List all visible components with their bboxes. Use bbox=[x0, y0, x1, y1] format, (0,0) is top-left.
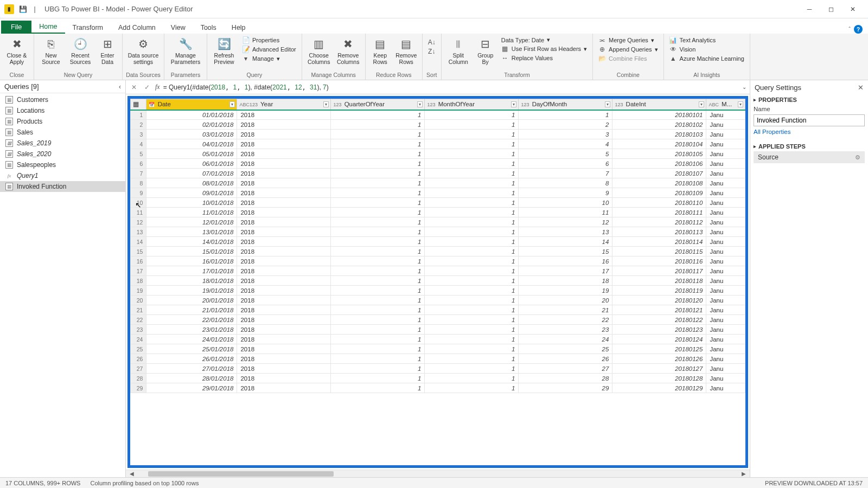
cell-day[interactable]: 11 bbox=[519, 208, 612, 217]
replace-values-button[interactable]: ↔Replace Values bbox=[499, 54, 589, 62]
maximize-button[interactable]: ◻ bbox=[820, 2, 842, 17]
formula-expand-icon[interactable]: ⌄ bbox=[742, 84, 746, 90]
scroll-thumb[interactable] bbox=[148, 471, 334, 477]
close-settings-icon[interactable]: ✕ bbox=[858, 84, 864, 92]
table-row[interactable]: 1818/01/20182018111820180118Janu bbox=[131, 276, 745, 286]
query-name-input[interactable] bbox=[754, 114, 865, 126]
table-row[interactable]: 2525/01/20182018112520180125Janu bbox=[131, 344, 745, 354]
column-header-date[interactable]: 📅 Date▾ bbox=[146, 99, 237, 110]
cell-quarter[interactable]: 1 bbox=[331, 266, 425, 276]
cell-quarter[interactable]: 1 bbox=[331, 120, 425, 130]
cell-month[interactable]: 1 bbox=[425, 335, 519, 344]
cell-monthname[interactable]: Janu bbox=[706, 159, 745, 169]
query-item-query1[interactable]: fxQuery1 bbox=[0, 170, 125, 181]
cell-dateint[interactable]: 20180113 bbox=[612, 227, 706, 237]
filter-icon[interactable]: ▾ bbox=[605, 101, 610, 107]
cell-dateint[interactable]: 20180107 bbox=[612, 169, 706, 178]
cell-dateint[interactable]: 20180102 bbox=[612, 120, 706, 130]
append-queries-button[interactable]: ⊕Append Queries ▾ bbox=[596, 45, 660, 54]
cell-monthname[interactable]: Janu bbox=[706, 325, 745, 335]
cell-month[interactable]: 1 bbox=[425, 354, 519, 364]
cell-dateint[interactable]: 20180106 bbox=[612, 159, 706, 169]
sort-asc-button[interactable]: A↓ bbox=[426, 38, 438, 47]
cell-dateint[interactable]: 20180104 bbox=[612, 139, 706, 149]
tab-view[interactable]: View bbox=[163, 22, 193, 34]
cell-monthname[interactable]: Janu bbox=[706, 296, 745, 305]
cell-year[interactable]: 2018 bbox=[237, 198, 331, 208]
cell-month[interactable]: 1 bbox=[425, 130, 519, 139]
cell-date[interactable]: 22/01/2018 bbox=[146, 315, 237, 325]
cell-year[interactable]: 2018 bbox=[237, 374, 331, 383]
query-item-products[interactable]: ▦Products bbox=[0, 116, 125, 127]
cell-quarter[interactable]: 1 bbox=[331, 374, 425, 383]
cell-month[interactable]: 1 bbox=[425, 374, 519, 383]
cell-year[interactable]: 2018 bbox=[237, 364, 331, 374]
cell-year[interactable]: 2018 bbox=[237, 354, 331, 364]
cell-monthname[interactable]: Janu bbox=[706, 208, 745, 217]
query-item-customers[interactable]: ▦Customers bbox=[0, 94, 125, 105]
cell-monthname[interactable]: Janu bbox=[706, 139, 745, 149]
cell-date[interactable]: 04/01/2018 bbox=[146, 139, 237, 149]
cell-month[interactable]: 1 bbox=[425, 217, 519, 227]
cell-dateint[interactable]: 20180112 bbox=[612, 217, 706, 227]
cell-month[interactable]: 1 bbox=[425, 266, 519, 276]
cell-day[interactable]: 19 bbox=[519, 286, 612, 296]
cell-day[interactable]: 12 bbox=[519, 217, 612, 227]
cell-day[interactable]: 6 bbox=[519, 159, 612, 169]
cell-quarter[interactable]: 1 bbox=[331, 130, 425, 139]
cell-date[interactable]: 11/01/2018 bbox=[146, 208, 237, 217]
cell-dateint[interactable]: 20180110 bbox=[612, 198, 706, 208]
cell-day[interactable]: 24 bbox=[519, 335, 612, 344]
cell-month[interactable]: 1 bbox=[425, 237, 519, 247]
table-row[interactable]: 2626/01/20182018112620180126Janu bbox=[131, 354, 745, 364]
azure-ml-button[interactable]: ▲Azure Machine Learning bbox=[667, 54, 746, 63]
combine-files-button[interactable]: 📂Combine Files bbox=[596, 54, 660, 63]
close-button[interactable]: ✕ bbox=[842, 2, 864, 17]
column-header-dateint[interactable]: 123 DateInt▾ bbox=[612, 99, 706, 110]
cell-date[interactable]: 15/01/2018 bbox=[146, 247, 237, 256]
column-header-year[interactable]: ABC123 Year▾ bbox=[237, 99, 331, 110]
cell-monthname[interactable]: Janu bbox=[706, 364, 745, 374]
cell-date[interactable]: 10/01/2018 bbox=[146, 198, 237, 208]
cell-monthname[interactable]: Janu bbox=[706, 315, 745, 325]
query-item-sales_2020[interactable]: ▦Sales_2020 bbox=[0, 149, 125, 159]
recent-sources-button[interactable]: 🕘Recent Sources bbox=[67, 35, 94, 66]
cell-quarter[interactable]: 1 bbox=[331, 383, 425, 393]
cell-day[interactable]: 5 bbox=[519, 149, 612, 159]
cell-monthname[interactable]: Janu bbox=[706, 237, 745, 247]
cell-day[interactable]: 14 bbox=[519, 237, 612, 247]
cell-day[interactable]: 26 bbox=[519, 354, 612, 364]
cell-month[interactable]: 1 bbox=[425, 315, 519, 325]
cell-day[interactable]: 1 bbox=[519, 110, 612, 120]
cell-quarter[interactable]: 1 bbox=[331, 247, 425, 256]
fx-icon[interactable]: fx bbox=[155, 83, 160, 91]
cell-monthname[interactable]: Janu bbox=[706, 344, 745, 354]
cell-day[interactable]: 13 bbox=[519, 227, 612, 237]
cell-quarter[interactable]: 1 bbox=[331, 286, 425, 296]
table-row[interactable]: 1414/01/20182018111420180114Janu bbox=[131, 237, 745, 247]
cell-day[interactable]: 9 bbox=[519, 188, 612, 198]
column-header-m...[interactable]: ABC M...▾ bbox=[706, 99, 745, 110]
collapse-steps-icon[interactable]: ▸ bbox=[754, 144, 756, 149]
cell-year[interactable]: 2018 bbox=[237, 335, 331, 344]
properties-button[interactable]: 📄Properties bbox=[240, 36, 298, 44]
cell-year[interactable]: 2018 bbox=[237, 188, 331, 198]
scroll-left-icon[interactable]: ◀ bbox=[128, 471, 136, 477]
filter-icon[interactable]: ▾ bbox=[229, 101, 235, 107]
tab-transform[interactable]: Transform bbox=[65, 22, 111, 34]
cell-quarter[interactable]: 1 bbox=[331, 276, 425, 286]
cell-date[interactable]: 08/01/2018 bbox=[146, 178, 237, 188]
commit-formula-icon[interactable]: ✓ bbox=[142, 82, 152, 92]
cell-year[interactable]: 2018 bbox=[237, 237, 331, 247]
cell-day[interactable]: 8 bbox=[519, 178, 612, 188]
cell-year[interactable]: 2018 bbox=[237, 383, 331, 393]
cell-date[interactable]: 13/01/2018 bbox=[146, 227, 237, 237]
cell-day[interactable]: 2 bbox=[519, 120, 612, 130]
close-apply-button[interactable]: ✖Close & Apply bbox=[3, 35, 30, 66]
cell-day[interactable]: 15 bbox=[519, 247, 612, 256]
table-row[interactable]: 1010/01/20182018111020180110Janu bbox=[131, 198, 745, 208]
cell-monthname[interactable]: Janu bbox=[706, 169, 745, 178]
cell-quarter[interactable]: 1 bbox=[331, 335, 425, 344]
cell-quarter[interactable]: 1 bbox=[331, 296, 425, 305]
filter-icon[interactable]: ▾ bbox=[323, 101, 329, 107]
